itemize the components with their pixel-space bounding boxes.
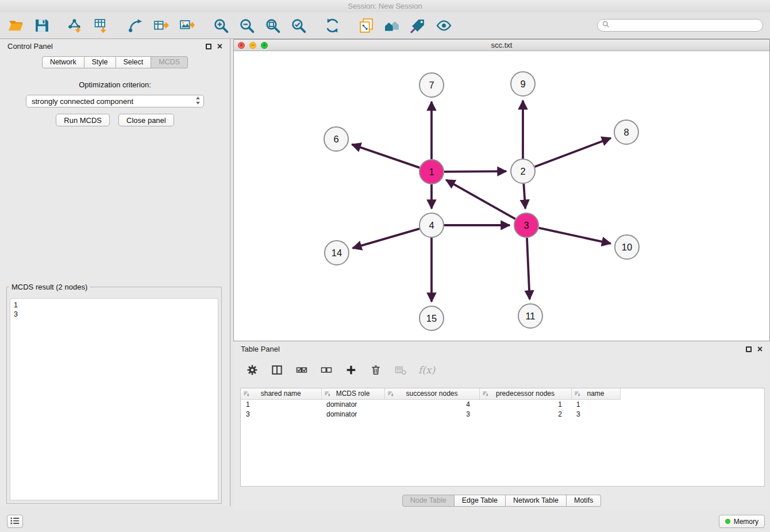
choose-columns-icon[interactable]: [270, 363, 284, 377]
clone-network-view-icon[interactable]: [357, 17, 375, 34]
search-input[interactable]: [613, 21, 758, 30]
node-table: shared nameMCDS rolesuccessor nodesprede…: [240, 388, 765, 487]
close-panel-button[interactable]: Close panel: [118, 114, 174, 126]
save-session-icon[interactable]: [33, 17, 50, 34]
tab-style[interactable]: Style: [84, 56, 116, 68]
import-table-file-icon[interactable]: [93, 17, 110, 34]
minimize-window-button[interactable]: −: [249, 42, 256, 49]
close-window-button[interactable]: ×: [238, 42, 245, 49]
show-labels-icon[interactable]: [409, 17, 426, 34]
graph-node-6[interactable]: 6: [324, 127, 348, 151]
control-panel-header: Control Panel ×: [0, 39, 230, 53]
network-graph-canvas[interactable]: 7968124314101511: [234, 52, 769, 341]
memory-status-icon: [725, 519, 730, 524]
table-panel-tabs: Node TableEdge TableNetwork TableMotifs: [233, 495, 770, 507]
float-panel-icon[interactable]: [206, 44, 211, 49]
zoom-out-icon[interactable]: [238, 17, 255, 34]
column-header-name[interactable]: name: [571, 388, 620, 399]
svg-text:2: 2: [520, 166, 525, 176]
tab-motifs[interactable]: Motifs: [567, 495, 601, 507]
graph-node-4[interactable]: 4: [419, 213, 444, 237]
graph-edge-3-to-1[interactable]: [446, 180, 515, 219]
column-header-predecessor-nodes[interactable]: predecessor nodes: [479, 388, 571, 399]
svg-text:15: 15: [426, 313, 437, 323]
column-sort-icon: [482, 391, 488, 397]
zoom-fit-content-icon[interactable]: [264, 17, 281, 34]
new-network-view-icon[interactable]: [126, 17, 144, 34]
cell-predecessor-nodes: 2: [479, 409, 571, 419]
svg-text:14: 14: [332, 248, 342, 258]
table-row-1[interactable]: 1dominator411: [241, 399, 764, 409]
graph-node-14[interactable]: 14: [325, 241, 349, 265]
zoom-window-button[interactable]: +: [261, 42, 268, 49]
tab-network-table[interactable]: Network Table: [506, 495, 567, 507]
add-column-icon[interactable]: [344, 363, 358, 377]
mcds-result-group: MCDS result (2 nodes) 13: [6, 283, 222, 504]
graph-edge-3-to-11[interactable]: [527, 238, 530, 299]
column-header-label: MCDS role: [336, 390, 370, 398]
open-session-icon[interactable]: [7, 17, 24, 34]
tab-network[interactable]: Network: [42, 56, 84, 68]
mcds-result-item: 3: [14, 310, 214, 319]
graph-node-2[interactable]: 2: [511, 159, 535, 183]
float-table-panel-icon[interactable]: [746, 346, 752, 352]
graph-node-8[interactable]: 8: [614, 120, 638, 144]
graph-edge-2-to-8[interactable]: [535, 138, 611, 167]
graph-node-7[interactable]: 7: [419, 73, 444, 97]
graph-node-15[interactable]: 15: [419, 306, 444, 330]
column-header-successor-nodes[interactable]: successor nodes: [384, 388, 479, 399]
cell-mcds-role: dominator: [321, 399, 384, 409]
graph-edge-4-to-14[interactable]: [353, 229, 419, 248]
network-overview-icon[interactable]: [383, 17, 401, 34]
control-panel-tabs: NetworkStyleSelectMCDS: [0, 56, 230, 68]
run-mcds-button[interactable]: Run MCDS: [56, 114, 110, 126]
apply-preferred-layout-icon[interactable]: [324, 17, 341, 34]
table-row-2[interactable]: 3dominator323: [241, 409, 764, 419]
graph-node-1[interactable]: 1: [419, 160, 444, 184]
show-graphics-details-icon[interactable]: [435, 17, 452, 34]
task-history-button[interactable]: [7, 515, 23, 528]
column-header-shared-name[interactable]: shared name: [241, 388, 321, 399]
deselect-all-rows-icon[interactable]: [319, 363, 333, 377]
zoom-in-icon[interactable]: [212, 17, 229, 34]
column-header-mcds-role[interactable]: MCDS role: [321, 388, 384, 399]
tab-node-table[interactable]: Node Table: [402, 495, 455, 507]
network-window-titlebar: × − + scc.txt: [234, 40, 769, 51]
graph-edge-2-to-3[interactable]: [523, 184, 525, 209]
tab-edge-table[interactable]: Edge Table: [455, 495, 506, 507]
graph-node-11[interactable]: 11: [518, 304, 542, 328]
graph-edge-1-to-6[interactable]: [352, 144, 419, 168]
delete-column-icon[interactable]: [369, 363, 383, 377]
export-image-icon[interactable]: [178, 17, 195, 34]
graph-edge-3-to-10[interactable]: [539, 228, 611, 244]
graph-node-9[interactable]: 9: [511, 72, 535, 96]
import-network-file-icon[interactable]: [67, 17, 84, 34]
control-panel: Control Panel × NetworkStyleSelectMCDS O…: [0, 39, 230, 506]
memory-button[interactable]: Memory: [719, 515, 765, 528]
toolbar-group-6: [357, 17, 452, 34]
svg-text:1: 1: [429, 167, 434, 177]
dropdown-arrows-icon: [195, 96, 201, 107]
window-titlebar: Session: New Session: [0, 0, 770, 12]
export-table-icon[interactable]: [152, 17, 170, 34]
tab-select[interactable]: Select: [116, 56, 152, 68]
graph-edge-1-to-2[interactable]: [444, 171, 506, 172]
graph-node-10[interactable]: 10: [615, 235, 639, 259]
close-panel-icon[interactable]: ×: [217, 44, 222, 49]
table-panel: Table Panel × f(x) shared nameMCDS roles…: [233, 342, 770, 510]
search-box[interactable]: [597, 19, 763, 32]
zoom-selected-icon[interactable]: [290, 17, 307, 34]
column-header-filler: [620, 388, 764, 399]
mcds-result-list[interactable]: 13: [10, 298, 218, 500]
cell-filler: [620, 409, 764, 419]
tab-mcds[interactable]: MCDS: [151, 56, 188, 68]
select-all-rows-icon[interactable]: [295, 363, 309, 377]
optimization-criterion-select[interactable]: strongly connected component: [26, 95, 204, 107]
control-panel-title: Control Panel: [7, 42, 53, 51]
toolbar-group-3: [126, 17, 195, 34]
toolbar-group-5: [324, 17, 341, 34]
table-settings-icon[interactable]: [245, 363, 259, 377]
window-title: Session: New Session: [348, 2, 422, 10]
close-table-panel-icon[interactable]: ×: [757, 346, 763, 352]
graph-node-3[interactable]: 3: [514, 213, 538, 237]
